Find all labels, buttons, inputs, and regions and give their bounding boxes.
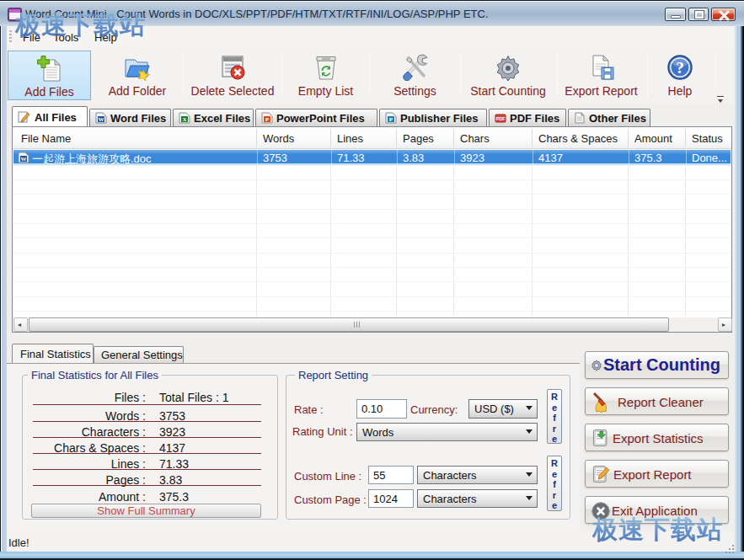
svg-text:P: P <box>389 116 393 123</box>
svg-text:PDF: PDF <box>496 116 506 121</box>
svg-text:P: P <box>265 116 270 123</box>
svg-text:X: X <box>182 116 186 123</box>
svg-text:W: W <box>99 116 104 123</box>
svg-text:?: ? <box>676 59 684 77</box>
svg-text:W: W <box>21 156 27 163</box>
